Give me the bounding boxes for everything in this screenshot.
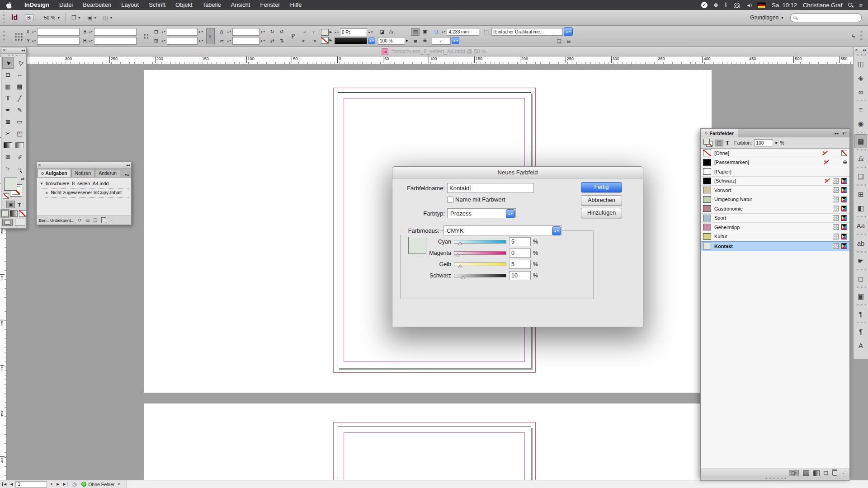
tint-input[interactable]: 100: [754, 139, 773, 146]
corner-shape-field[interactable]: ⌐: [432, 37, 451, 45]
dropbox-menu-icon[interactable]: ❖: [713, 2, 719, 9]
notification-center-icon[interactable]: ≡: [859, 2, 863, 9]
slider-handle[interactable]: [461, 276, 465, 279]
stroke-weight-stepper[interactable]: ▲▼: [335, 31, 339, 33]
delete-swatch-button[interactable]: [832, 470, 837, 476]
document-title-bar[interactable]: Id *broschuere_8_seiten_A4.indd @ 50 %: [0, 47, 868, 56]
tab-aufgaben[interactable]: ◇Aufgaben: [38, 169, 71, 177]
page-tool[interactable]: ⊡: [2, 69, 14, 80]
expand-dock-icon[interactable]: ▸▸: [863, 48, 867, 52]
swatch-row-papier[interactable]: [Papier]: [701, 167, 849, 177]
content-collector-tool[interactable]: ▥: [2, 80, 14, 92]
links-panel-icon[interactable]: ∞: [854, 85, 868, 99]
text-wrap-panel-icon[interactable]: ▣: [854, 289, 868, 303]
screen-mode-button[interactable]: ▣▼: [87, 14, 97, 21]
name-with-value-checkbox[interactable]: [447, 197, 453, 203]
pen-tool[interactable]: ✒: [2, 104, 14, 116]
paragraph-styles-panel-icon[interactable]: ¶: [854, 324, 868, 338]
clear-overrides-button[interactable]: ❏: [555, 38, 563, 45]
horizontal-ruler[interactable]: 3002502001501005005010015020025030035040…: [0, 56, 854, 64]
width-field[interactable]: [94, 28, 137, 36]
shear-stepper[interactable]: ▲▼: [227, 40, 231, 42]
link-scale-icon[interactable]: ∞: [206, 28, 215, 44]
close-icon[interactable]: ✕: [3, 48, 6, 52]
swatch-row-gastronomie[interactable]: Gastronomie: [701, 204, 849, 214]
apply-gradient-button[interactable]: [10, 210, 17, 217]
menu-item[interactable]: Hilfe: [285, 0, 307, 10]
preflight-dropdown-icon[interactable]: ▼: [117, 483, 122, 486]
object-styles-panel-icon[interactable]: ❑: [854, 169, 868, 183]
done-button[interactable]: Fertig: [581, 182, 622, 192]
corner-shape-combo[interactable]: ▲▼: [452, 37, 459, 44]
glyphs-panel-icon[interactable]: Aa: [854, 219, 868, 233]
stroke-style-combo[interactable]: ▲▼: [368, 38, 375, 44]
resize-grip-icon[interactable]: ⋰: [110, 218, 114, 223]
next-page-button[interactable]: ▶: [56, 482, 60, 486]
pages-panel-icon[interactable]: ◫: [854, 57, 868, 71]
swatch-row-umgebung-natur[interactable]: Umgebung Natur: [701, 195, 849, 205]
menu-item[interactable]: Layout: [116, 0, 144, 10]
effects-panel-icon[interactable]: fx: [854, 152, 868, 166]
swatch-row-schwarz[interactable]: [Schwarz] ✎: [701, 177, 849, 186]
menu-item[interactable]: Ansicht: [226, 0, 255, 10]
page-number-field[interactable]: 1: [15, 481, 47, 488]
menu-item[interactable]: InDesign: [19, 0, 54, 10]
swatches-tab[interactable]: ◇Farbfelder: [701, 129, 738, 137]
wifi-menu-icon[interactable]: [734, 3, 741, 8]
formatting-affects-text-button[interactable]: T: [726, 140, 729, 146]
spellcheck-panel-icon[interactable]: ab: [854, 236, 868, 250]
rotate-ccw-button[interactable]: ↺: [278, 28, 286, 36]
slider-handle[interactable]: [455, 253, 460, 257]
fill-stroke-proxy[interactable]: ⇄: [1, 176, 26, 200]
scissors-tool[interactable]: ✂: [2, 127, 14, 139]
content-placer-tool[interactable]: ▤: [14, 80, 26, 92]
panel-resize-grip[interactable]: ⋰: [841, 471, 846, 476]
eyedropper-tool[interactable]: ✑: [14, 151, 26, 163]
channel-value-input[interactable]: 0: [509, 249, 531, 258]
stroke-panel-icon[interactable]: ≡: [854, 103, 868, 117]
go-to-parent-button[interactable]: ⫞: [300, 28, 309, 36]
swatch-row-ohne[interactable]: [Ohne] ✎: [701, 149, 849, 158]
apple-menu-icon[interactable]: [6, 2, 12, 9]
gradient-swatch-tool[interactable]: [2, 139, 14, 151]
new-swatch-button[interactable]: ❏: [824, 470, 828, 476]
swatch-row-sport[interactable]: Sport: [701, 214, 849, 223]
select-next-button[interactable]: ⇥: [310, 37, 318, 45]
preview-mode-button[interactable]: [15, 219, 25, 226]
formatting-affects-container-button[interactable]: ▢: [715, 140, 723, 146]
new-assignment-icon[interactable]: ❏: [94, 218, 98, 223]
assignment-document-row[interactable]: ▼ broschuere_8_seiten_A4.indd: [39, 180, 129, 188]
paragraph-panel-icon[interactable]: ¶: [854, 307, 868, 321]
effects-menu-button[interactable]: fx.: [387, 28, 396, 36]
assignment-item-row[interactable]: ▶ Nicht zugewiesener InCopy-Inhalt: [45, 189, 129, 197]
fill-stroke-proxy-small[interactable]: [703, 139, 712, 147]
object-style-dropdown[interactable]: [Einfacher Grafikrahme...: [491, 28, 563, 36]
swatch-name-input[interactable]: Kontakt: [447, 183, 534, 193]
cancel-button[interactable]: Abbrechen: [581, 195, 622, 206]
pathfinder-panel-icon[interactable]: ◧: [854, 201, 868, 215]
formatting-affects-text-button[interactable]: T: [18, 202, 21, 207]
character-styles-panel-icon[interactable]: A: [854, 338, 868, 352]
panel-menu-icon[interactable]: ▾≡: [123, 173, 131, 177]
hand-tool[interactable]: ☞: [2, 163, 14, 174]
bluetooth-menu-icon[interactable]: ᛒ: [724, 2, 727, 8]
swatch-row-vorwort[interactable]: Vorwort: [701, 186, 849, 195]
height-stepper[interactable]: ▲▼: [89, 40, 93, 42]
quick-apply-icon[interactable]: ϟ: [852, 33, 855, 40]
x-stepper[interactable]: ▲▼: [32, 31, 36, 33]
update-content-icon[interactable]: ⟳: [78, 218, 82, 223]
scale-y-field[interactable]: [167, 37, 198, 45]
first-page-button[interactable]: ◀: [2, 482, 7, 486]
break-link-style-button[interactable]: ⊟: [564, 38, 573, 45]
horizontal-scrollbar[interactable]: [127, 480, 868, 488]
color-type-dropdown[interactable]: Prozess ▲▼: [447, 208, 516, 218]
width-stepper[interactable]: ▲▼: [89, 31, 93, 33]
corner-radius-stepper[interactable]: ▲▼: [441, 31, 446, 33]
selection-tool[interactable]: ►: [2, 57, 14, 69]
pencil-tool[interactable]: ✎: [14, 104, 26, 116]
shear-combo[interactable]: ▲▼: [260, 38, 265, 44]
constrain-proportions-icon[interactable]: [143, 33, 149, 39]
color-panel-icon[interactable]: ◉: [854, 117, 868, 131]
menubar-clock[interactable]: Sa. 10:12: [772, 2, 797, 9]
keyboard-layout-flag-icon[interactable]: [757, 2, 766, 8]
